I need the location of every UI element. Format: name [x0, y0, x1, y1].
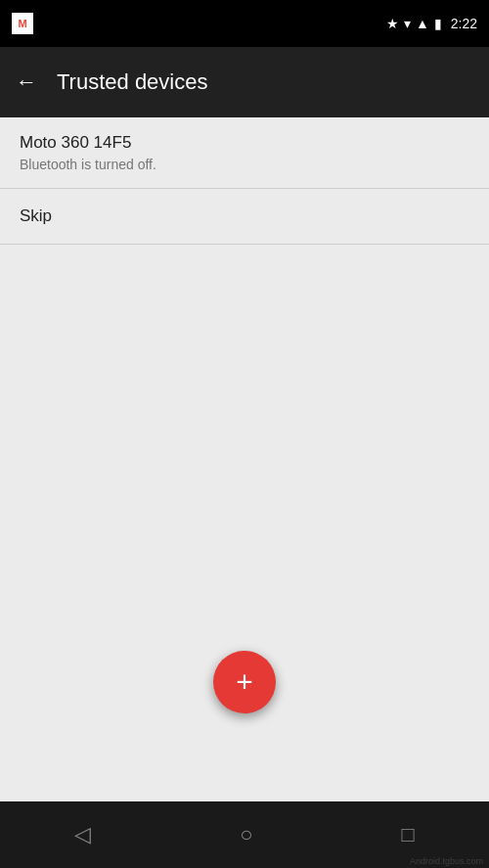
signal-icon: ▲ — [416, 16, 429, 31]
status-bar-right: ★ ▾ ▲ ▮ 2:22 — [386, 16, 477, 31]
add-icon: + — [236, 667, 253, 697]
page-title: Trusted devices — [57, 69, 207, 95]
app-bar: ← Trusted devices — [0, 47, 489, 117]
time-display: 2:22 — [451, 16, 477, 31]
device-status: Bluetooth is turned off. — [20, 157, 469, 172]
nav-recent-icon[interactable]: □ — [392, 812, 424, 857]
watermark: Android.tgbus.com — [410, 856, 483, 866]
back-button[interactable]: ← — [16, 69, 37, 95]
status-bar-left: M — [12, 13, 33, 34]
star-icon: ★ — [386, 16, 399, 31]
device-name: Moto 360 14F5 — [20, 133, 469, 153]
status-bar: M ★ ▾ ▲ ▮ 2:22 — [0, 0, 489, 47]
battery-icon: ▮ — [434, 16, 442, 31]
wifi-icon: ▾ — [404, 16, 411, 31]
nav-back-icon[interactable]: ◁ — [65, 812, 101, 857]
gmail-icon: M — [12, 13, 33, 34]
main-content: Moto 360 14F5 Bluetooth is turned off. S… — [0, 117, 489, 801]
add-device-fab[interactable]: + — [213, 651, 276, 713]
divider-2 — [0, 244, 489, 245]
skip-item[interactable]: Skip — [0, 189, 489, 244]
skip-label: Skip — [20, 206, 469, 226]
device-list-item[interactable]: Moto 360 14F5 Bluetooth is turned off. — [0, 117, 489, 188]
nav-home-icon[interactable]: ○ — [230, 812, 262, 857]
